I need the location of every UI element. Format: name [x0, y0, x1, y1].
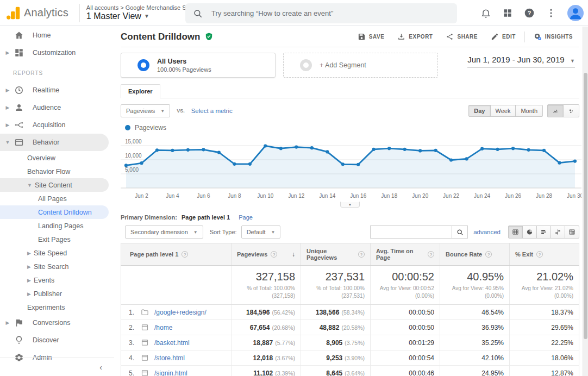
advanced-link[interactable]: advanced	[473, 229, 501, 235]
kebab-menu-icon[interactable]	[546, 8, 556, 18]
sidebar-item-discover[interactable]: Discover	[0, 331, 109, 349]
sidebar-item-overview[interactable]: Overview	[0, 151, 109, 165]
page-path-link[interactable]: /store.html	[154, 354, 185, 362]
page-icon	[141, 369, 149, 376]
page-path-link[interactable]: /basket.html	[154, 339, 190, 347]
secondary-dimension-dropdown[interactable]: Secondary dimension ▼	[125, 225, 203, 239]
help-icon[interactable]: ?	[524, 8, 535, 18]
exit-cell: 22.25%	[510, 335, 579, 350]
select-metric-link[interactable]: Select a metric	[191, 108, 233, 114]
date-range-text[interactable]: Jun 1, 2019 - Jun 30, 2019	[467, 55, 564, 64]
granularity-day-button[interactable]: Day	[468, 105, 490, 117]
page-path-link[interactable]: /signin.html	[154, 369, 187, 376]
sidebar-item-acquisition[interactable]: ▶Acquisition	[0, 116, 109, 134]
granularity-month-button[interactable]: Month	[515, 105, 543, 117]
sidebar-item-events[interactable]: ▶Events	[0, 273, 109, 287]
pivot-view-button[interactable]	[565, 225, 579, 239]
segment-all-users[interactable]: All Users 100.00% Pageviews	[121, 53, 276, 78]
sidebar-item-home[interactable]: Home	[0, 27, 109, 44]
sidebar-item-behavior[interactable]: ▼Behavior	[0, 134, 109, 151]
table-view-button[interactable]	[508, 225, 523, 239]
column-header-exit[interactable]: % Exit?	[510, 243, 579, 266]
metric-dropdown[interactable]: Pageviews ▼	[121, 104, 170, 117]
sidebar-item-realtime[interactable]: ▶Realtime	[0, 82, 109, 99]
sidebar-item-publisher[interactable]: ▶Publisher	[0, 287, 109, 300]
primary-dimension-label: Primary Dimension:	[121, 214, 177, 221]
help-icon[interactable]: ?	[485, 251, 492, 258]
svg-text:Jun 6: Jun 6	[197, 193, 210, 199]
help-icon[interactable]: ?	[536, 251, 543, 258]
help-icon[interactable]: ?	[182, 251, 188, 258]
sidebar-item-audience[interactable]: ▶Audience	[0, 99, 109, 116]
account-switcher[interactable]: All accounts > Google Merchandise St.. 1…	[86, 4, 191, 21]
add-segment-button[interactable]: + Add Segment	[283, 53, 438, 78]
exit-cell: 29.65%	[510, 320, 579, 335]
sidebar-item-customization[interactable]: ▶Customization	[0, 44, 109, 61]
share-button[interactable]: SHARE	[439, 33, 484, 41]
comparison-view-button[interactable]	[551, 225, 565, 239]
edit-button[interactable]: EDIT	[484, 33, 522, 41]
column-header-unique-pageviews[interactable]: Unique Pageviews?	[301, 243, 371, 266]
sidebar-item-label: Overview	[27, 154, 55, 162]
sidebar-item-behavior-flow[interactable]: Behavior Flow	[0, 165, 109, 178]
bounce-rate-cell: 24.95%	[440, 366, 510, 376]
global-search[interactable]	[185, 3, 457, 23]
breadcrumb[interactable]: All accounts > Google Merchandise St..	[86, 4, 191, 11]
chevron-down-icon: ▼	[4, 140, 11, 145]
column-header-bounce-rate[interactable]: Bounce Rate?	[440, 243, 510, 266]
column-header-page-path-level-1[interactable]: Page path level 1?	[121, 243, 232, 266]
chart-collapse-tab[interactable]: ▼	[340, 202, 360, 208]
unique-pageviews-cell: 8,905(3.75%)	[301, 335, 371, 350]
primary-dimension-selected[interactable]: Page path level 1	[182, 214, 230, 221]
save-button[interactable]: SAVE	[351, 33, 391, 41]
unique-value: 8,905	[326, 339, 342, 347]
sidebar-item-site-speed[interactable]: ▶Site Speed	[0, 246, 109, 260]
granularity-week-button[interactable]: Week	[490, 105, 516, 117]
primary-dimension-option-page[interactable]: Page	[239, 214, 253, 221]
chevron-down-icon: ▼	[160, 109, 165, 114]
table-search-button[interactable]	[452, 225, 468, 239]
page-path-link[interactable]: /google+redesign/	[154, 309, 207, 316]
pivot-view-icon	[568, 228, 576, 236]
column-header-pageviews[interactable]: Pageviews?↓	[232, 243, 301, 266]
apps-grid-icon[interactable]	[502, 8, 513, 18]
sort-type-dropdown[interactable]: Default ▼	[241, 225, 281, 239]
motion-chart-toggle[interactable]	[563, 104, 579, 117]
performance-view-button[interactable]	[536, 225, 551, 239]
column-header-avg-time-on-page[interactable]: Avg. Time on Page?	[371, 243, 440, 266]
sidebar-item-landing-pages[interactable]: Landing Pages	[0, 219, 109, 233]
table-search-input[interactable]	[370, 225, 452, 239]
analytics-logo[interactable]: Analytics	[0, 5, 74, 21]
sidebar-item-exit-pages[interactable]: Exit Pages	[0, 233, 109, 246]
sidebar-item-experiments[interactable]: Experiments	[0, 300, 109, 314]
total-pageviews: 327,158% of Total: 100.00%(327,158)	[232, 266, 301, 305]
scrollbar-thumb[interactable]	[584, 73, 587, 339]
tab-explorer[interactable]: Explorer	[121, 84, 160, 98]
page-path-link[interactable]: /home	[154, 324, 172, 331]
line-chart-toggle[interactable]	[547, 104, 564, 117]
collapse-sidebar-icon[interactable]: ‹	[99, 363, 102, 372]
unique-pct: (3.75%)	[345, 340, 365, 346]
view-name[interactable]: 1 Master View	[86, 11, 141, 21]
date-range-picker[interactable]: Jun 1, 2019 - Jun 30, 2019 ▼	[467, 55, 575, 65]
unique-value: 138,566	[316, 309, 339, 316]
export-button[interactable]: EXPORT	[391, 33, 439, 41]
sidebar-item-all-pages[interactable]: All Pages	[0, 192, 109, 205]
sidebar-section-label: REPORTS	[0, 61, 114, 82]
help-icon[interactable]: ?	[428, 251, 434, 258]
global-search-input[interactable]	[210, 9, 439, 18]
sidebar-item-site-content[interactable]: ▼Site Content	[0, 178, 109, 192]
bell-icon[interactable]	[480, 8, 491, 18]
help-icon[interactable]: ?	[358, 251, 365, 258]
sidebar-item-site-search[interactable]: ▶Site Search	[0, 260, 109, 273]
sidebar-item-conversions[interactable]: ▶Conversions	[0, 314, 109, 331]
sidebar-item-label: Realtime	[33, 86, 59, 94]
sort-descending-icon: ↓	[292, 250, 295, 258]
avatar[interactable]	[567, 5, 584, 21]
column-label: Bounce Rate	[446, 251, 482, 258]
insights-button[interactable]: INSIGHTS	[527, 33, 579, 41]
percentage-view-icon	[526, 228, 533, 236]
sidebar-item-content-drilldown[interactable]: Content Drilldown	[0, 205, 109, 219]
help-icon[interactable]: ?	[271, 251, 277, 258]
percentage-view-button[interactable]	[522, 225, 537, 239]
